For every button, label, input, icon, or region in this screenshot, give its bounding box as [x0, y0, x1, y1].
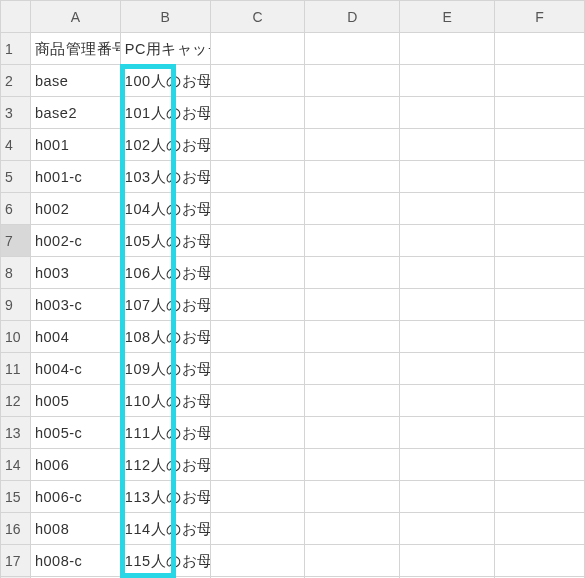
- cell[interactable]: [210, 289, 305, 321]
- row-header[interactable]: 15: [1, 481, 31, 513]
- cell[interactable]: [210, 481, 305, 513]
- cell[interactable]: [305, 129, 400, 161]
- cell[interactable]: [305, 257, 400, 289]
- cell[interactable]: [495, 385, 585, 417]
- cell[interactable]: h002-c: [30, 225, 120, 257]
- cell[interactable]: [305, 353, 400, 385]
- cell[interactable]: [210, 97, 305, 129]
- cell[interactable]: [305, 289, 400, 321]
- cell[interactable]: [495, 513, 585, 545]
- cell[interactable]: [495, 289, 585, 321]
- cell[interactable]: 106人のお母さんが選んだ！ベストセレクション: [120, 257, 210, 289]
- cell[interactable]: 105人のお母さんが選んだ！ベストセレクション: [120, 225, 210, 257]
- row-header[interactable]: 11: [1, 353, 31, 385]
- cell[interactable]: 110人のお母さんが選んだ！ベストセレクション: [120, 385, 210, 417]
- cell[interactable]: [210, 193, 305, 225]
- cell[interactable]: [400, 353, 495, 385]
- cell[interactable]: [210, 129, 305, 161]
- cell[interactable]: 107人のお母さんが選んだ！ベストセレクション: [120, 289, 210, 321]
- cell[interactable]: [495, 193, 585, 225]
- cell[interactable]: [305, 449, 400, 481]
- cell[interactable]: [495, 481, 585, 513]
- cell[interactable]: 102人のお母さんが選んだ！ベストセレクション: [120, 129, 210, 161]
- cell[interactable]: [305, 417, 400, 449]
- cell[interactable]: 113人のお母さんが選んだ！ベストセレクション: [120, 481, 210, 513]
- cell[interactable]: h005-c: [30, 417, 120, 449]
- cell[interactable]: [400, 289, 495, 321]
- cell[interactable]: 100人のお母さんが選んだ！ベストセレクション: [120, 65, 210, 97]
- cell[interactable]: [210, 449, 305, 481]
- cell[interactable]: h006: [30, 449, 120, 481]
- cell[interactable]: [400, 161, 495, 193]
- cell[interactable]: [210, 353, 305, 385]
- cell[interactable]: [305, 321, 400, 353]
- cell[interactable]: [400, 449, 495, 481]
- row-header[interactable]: 17: [1, 545, 31, 577]
- cell[interactable]: 112人のお母さんが選んだ！ベストセレクション: [120, 449, 210, 481]
- cell[interactable]: [400, 385, 495, 417]
- cell[interactable]: h004: [30, 321, 120, 353]
- cell[interactable]: 115人のお母さんが選んだ！ベストセレクション: [120, 545, 210, 577]
- cell[interactable]: h006-c: [30, 481, 120, 513]
- cell[interactable]: [495, 353, 585, 385]
- cell[interactable]: [210, 33, 305, 65]
- cell[interactable]: [210, 513, 305, 545]
- cell[interactable]: [495, 449, 585, 481]
- cell[interactable]: [400, 321, 495, 353]
- row-header[interactable]: 13: [1, 417, 31, 449]
- cell[interactable]: [305, 65, 400, 97]
- cell[interactable]: h001: [30, 129, 120, 161]
- cell[interactable]: [400, 417, 495, 449]
- cell[interactable]: [210, 321, 305, 353]
- row-header[interactable]: 12: [1, 385, 31, 417]
- cell[interactable]: [305, 513, 400, 545]
- cell[interactable]: [305, 385, 400, 417]
- cell[interactable]: [495, 65, 585, 97]
- cell[interactable]: [210, 161, 305, 193]
- cell[interactable]: [400, 225, 495, 257]
- cell[interactable]: [495, 417, 585, 449]
- cell[interactable]: [400, 129, 495, 161]
- cell[interactable]: [495, 225, 585, 257]
- cell[interactable]: 商品管理番号: [30, 33, 120, 65]
- cell[interactable]: [400, 513, 495, 545]
- row-header[interactable]: 10: [1, 321, 31, 353]
- cell[interactable]: 109人のお母さんが選んだ！ベストセレクション: [120, 353, 210, 385]
- cell[interactable]: h002: [30, 193, 120, 225]
- row-header[interactable]: 2: [1, 65, 31, 97]
- spreadsheet-grid[interactable]: A B C D E F 1商品管理番号PC用キャッチコピー2base100人のお…: [0, 0, 585, 578]
- cell[interactable]: [210, 545, 305, 577]
- row-header[interactable]: 1: [1, 33, 31, 65]
- cell[interactable]: [210, 417, 305, 449]
- cell[interactable]: h005: [30, 385, 120, 417]
- cell[interactable]: h003: [30, 257, 120, 289]
- cell[interactable]: [400, 65, 495, 97]
- col-header-B[interactable]: B: [120, 1, 210, 33]
- cell[interactable]: h001-c: [30, 161, 120, 193]
- cell[interactable]: h003-c: [30, 289, 120, 321]
- cell[interactable]: h008: [30, 513, 120, 545]
- cell[interactable]: [400, 33, 495, 65]
- cell[interactable]: h004-c: [30, 353, 120, 385]
- cell[interactable]: [210, 65, 305, 97]
- col-header-C[interactable]: C: [210, 1, 305, 33]
- cell[interactable]: base: [30, 65, 120, 97]
- row-header[interactable]: 8: [1, 257, 31, 289]
- cell[interactable]: [210, 225, 305, 257]
- cell[interactable]: [495, 545, 585, 577]
- cell[interactable]: [305, 225, 400, 257]
- col-header-F[interactable]: F: [495, 1, 585, 33]
- cell[interactable]: 101人のお母さんが選んだ！ベストセレクション: [120, 97, 210, 129]
- cell[interactable]: [210, 385, 305, 417]
- col-header-E[interactable]: E: [400, 1, 495, 33]
- cell[interactable]: 114人のお母さんが選んだ！ベストセレクション: [120, 513, 210, 545]
- col-header-D[interactable]: D: [305, 1, 400, 33]
- cell[interactable]: [400, 97, 495, 129]
- cell[interactable]: [495, 129, 585, 161]
- cell[interactable]: [305, 193, 400, 225]
- select-all-corner[interactable]: [1, 1, 31, 33]
- cell[interactable]: [210, 257, 305, 289]
- row-header[interactable]: 5: [1, 161, 31, 193]
- row-header[interactable]: 16: [1, 513, 31, 545]
- cell[interactable]: [400, 193, 495, 225]
